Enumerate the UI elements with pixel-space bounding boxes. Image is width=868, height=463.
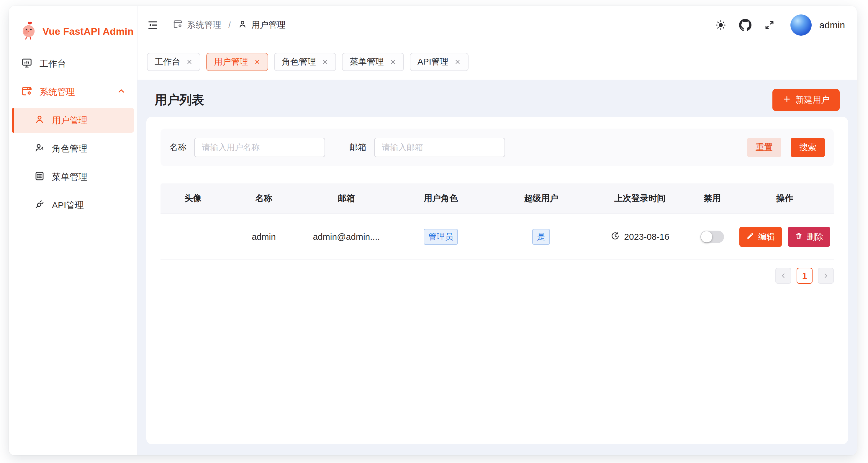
delete-label: 删除 — [807, 231, 823, 242]
superuser-cell: 是 — [491, 229, 591, 245]
system-settings-icon — [21, 86, 32, 99]
tab-label: 工作台 — [155, 56, 180, 68]
tab-bar: 工作台 用户管理 角色管理 菜单管理 API管理 — [137, 44, 857, 79]
pagination: 1 — [160, 268, 834, 284]
user-avatar[interactable] — [790, 14, 812, 36]
sidebar-item-workbench[interactable]: 工作台 — [12, 51, 134, 76]
column-header-email: 邮箱 — [302, 193, 391, 204]
column-header-role: 用户角色 — [391, 193, 491, 204]
chick-logo-icon — [21, 21, 37, 42]
search-button[interactable]: 搜索 — [791, 138, 825, 157]
close-icon[interactable] — [454, 59, 461, 65]
tab-workbench[interactable]: 工作台 — [147, 53, 200, 71]
workbench-icon — [21, 57, 32, 70]
email-filter-input[interactable] — [374, 138, 505, 157]
name-filter-label: 名称 — [169, 141, 186, 153]
close-icon[interactable] — [390, 59, 396, 65]
sidebar-menu: 工作台 系统管理 — [9, 42, 137, 221]
username[interactable]: admin — [819, 20, 845, 31]
create-user-label: 新建用户 — [796, 94, 830, 106]
app-title: Vue FastAPI Admin — [42, 26, 134, 37]
theme-toggle-icon[interactable] — [715, 19, 727, 31]
sidebar-item-label: 系统管理 — [39, 86, 75, 98]
breadcrumb-label: 系统管理 — [187, 19, 221, 31]
pencil-icon — [746, 232, 754, 242]
close-icon[interactable] — [322, 59, 329, 65]
header-actions: admin — [715, 14, 845, 36]
table-header-row: 头像 名称 邮箱 用户角色 超级用户 上次登录时间 禁用 操作 — [160, 184, 834, 214]
role-icon — [34, 142, 45, 155]
role-cell: 管理员 — [391, 229, 491, 245]
sidebar-item-menus[interactable]: 菜单管理 — [12, 165, 134, 189]
plus-icon — [782, 95, 791, 106]
users-table: 头像 名称 邮箱 用户角色 超级用户 上次登录时间 禁用 操作 admin — [160, 184, 834, 260]
tab-label: 用户管理 — [214, 56, 248, 68]
api-plug-icon — [34, 199, 45, 212]
sidebar-item-users[interactable]: 用户管理 — [12, 108, 134, 133]
sidebar-item-label: API管理 — [52, 199, 84, 211]
breadcrumb-label: 用户管理 — [251, 19, 286, 31]
name-filter-input[interactable] — [194, 138, 325, 157]
system-settings-icon — [173, 19, 183, 31]
sidebar-item-system[interactable]: 系统管理 — [12, 79, 134, 104]
reset-button[interactable]: 重置 — [747, 138, 781, 157]
disabled-cell — [689, 231, 736, 243]
email-filter-label: 邮箱 — [349, 141, 366, 153]
menu-list-icon — [34, 171, 45, 184]
tab-users[interactable]: 用户管理 — [206, 53, 268, 71]
content-card: 名称 邮箱 重置 搜索 头像 名称 邮 — [146, 117, 848, 444]
role-tag: 管理员 — [424, 229, 458, 245]
screen: Vue FastAPI Admin 工作台 — [0, 0, 868, 463]
actions-cell: 编辑 删除 — [736, 227, 834, 247]
tab-label: 角色管理 — [282, 56, 316, 68]
page-content: 用户列表 新建用户 名称 邮箱 — [137, 79, 857, 455]
trash-icon — [795, 232, 803, 242]
app-logo[interactable]: Vue FastAPI Admin — [9, 6, 137, 42]
email-cell: admin@admin.... — [302, 232, 391, 242]
create-user-button[interactable]: 新建用户 — [772, 89, 840, 111]
column-header-superuser: 超级用户 — [491, 193, 591, 204]
tab-label: API管理 — [417, 56, 448, 68]
table-row: admin admin@admin.... 管理员 是 — [160, 214, 834, 260]
column-header-name: 名称 — [225, 193, 302, 204]
breadcrumb-system[interactable]: 系统管理 — [173, 19, 221, 31]
column-header-avatar: 头像 — [160, 193, 225, 204]
disabled-toggle[interactable] — [701, 231, 724, 243]
user-icon — [34, 114, 45, 127]
top-header: 系统管理 / 用户管理 — [137, 6, 857, 44]
breadcrumb: 系统管理 / 用户管理 — [173, 19, 286, 31]
breadcrumb-users[interactable]: 用户管理 — [238, 19, 286, 31]
last-login-value: 2023-08-16 — [624, 232, 669, 242]
github-icon[interactable] — [739, 19, 751, 31]
column-header-disabled: 禁用 — [689, 193, 736, 204]
toggle-knob — [701, 231, 712, 242]
close-icon[interactable] — [186, 59, 193, 65]
active-indicator-bar — [12, 108, 14, 133]
query-bar: 名称 邮箱 重置 搜索 — [160, 129, 834, 166]
prev-page-button[interactable] — [775, 268, 791, 284]
edit-button[interactable]: 编辑 — [739, 227, 782, 247]
current-page-button[interactable]: 1 — [797, 268, 812, 284]
last-login-cell: 2023-08-16 — [591, 231, 689, 243]
sidebar-item-label: 菜单管理 — [52, 171, 87, 183]
close-icon[interactable] — [254, 59, 260, 65]
collapse-sidebar-icon[interactable] — [147, 19, 159, 31]
app-window: Vue FastAPI Admin 工作台 — [9, 6, 857, 455]
delete-button[interactable]: 删除 — [788, 227, 830, 247]
page-title-row: 用户列表 新建用户 — [155, 89, 840, 111]
sidebar: Vue FastAPI Admin 工作台 — [9, 6, 137, 455]
query-buttons: 重置 搜索 — [747, 138, 825, 157]
sidebar-item-label: 角色管理 — [52, 143, 87, 155]
clock-history-icon — [611, 231, 620, 243]
next-page-button[interactable] — [818, 268, 834, 284]
sidebar-item-roles[interactable]: 角色管理 — [12, 136, 134, 161]
tab-roles[interactable]: 角色管理 — [274, 53, 336, 71]
fullscreen-icon[interactable] — [764, 20, 775, 31]
chevron-up-icon — [117, 87, 126, 98]
column-header-lastlogin: 上次登录时间 — [591, 193, 689, 204]
breadcrumb-separator: / — [228, 20, 231, 30]
sidebar-item-api[interactable]: API管理 — [12, 193, 134, 218]
tab-api[interactable]: API管理 — [410, 53, 468, 71]
main-area: 系统管理 / 用户管理 — [137, 6, 857, 455]
tab-menus[interactable]: 菜单管理 — [342, 53, 404, 71]
